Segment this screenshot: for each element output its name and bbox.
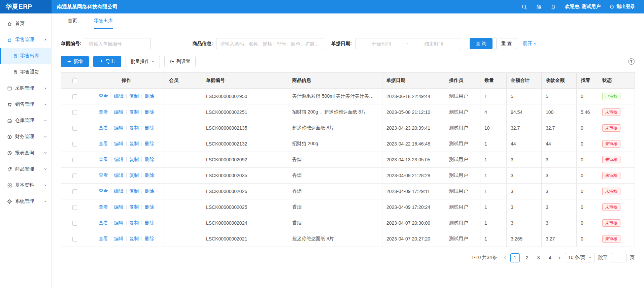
sidebar-item-reports[interactable]: 报表查询	[0, 145, 51, 161]
view-link[interactable]: 查看	[99, 204, 108, 210]
row-checkbox[interactable]	[72, 221, 77, 226]
sidebar-item-home[interactable]: 首页	[0, 15, 51, 32]
delete-link[interactable]: 删除	[145, 141, 154, 146]
member-cell	[165, 104, 202, 120]
view-link[interactable]: 查看	[99, 157, 108, 162]
qty-cell: 1	[480, 215, 507, 231]
sidebar-item-goods[interactable]: 商品管理	[0, 161, 51, 177]
help-icon[interactable]: ?	[628, 58, 635, 65]
notification-bell-icon[interactable]	[550, 4, 556, 10]
sidebar-item-warehouse[interactable]: 仓库管理	[0, 113, 51, 129]
view-link[interactable]: 查看	[99, 109, 108, 115]
copy-link[interactable]: 复制	[129, 220, 139, 225]
view-link[interactable]: 查看	[99, 188, 108, 194]
row-checkbox[interactable]	[72, 189, 77, 194]
select-all-checkbox[interactable]	[72, 78, 77, 83]
row-checkbox[interactable]	[72, 237, 77, 242]
bill-number-input[interactable]	[85, 38, 151, 49]
delete-link[interactable]: 删除	[145, 204, 154, 210]
sidebar-item-basic-data[interactable]: 基本资料	[0, 177, 51, 193]
edit-link[interactable]: 编辑	[114, 125, 124, 130]
search-icon[interactable]	[521, 4, 527, 10]
edit-link[interactable]: 编辑	[114, 109, 124, 115]
row-checkbox[interactable]	[72, 158, 77, 162]
copy-link[interactable]: 复制	[129, 157, 139, 162]
row-checkbox[interactable]	[72, 110, 77, 115]
copy-link[interactable]: 复制	[129, 188, 139, 194]
add-button[interactable]: 新增	[61, 56, 89, 67]
sidebar-item-retail-return[interactable]: 零售退货	[0, 64, 51, 80]
delete-link[interactable]: 删除	[145, 109, 154, 115]
product-info-input[interactable]	[216, 38, 323, 49]
copy-link[interactable]: 复制	[129, 236, 139, 241]
reset-button[interactable]: 重 置	[496, 38, 517, 49]
date-range-picker[interactable]: ~	[355, 38, 460, 49]
sidebar-item-label: 采购管理	[15, 85, 34, 91]
edit-link[interactable]: 编辑	[114, 157, 124, 162]
sidebar-item-sales[interactable]: 销售管理	[0, 96, 51, 113]
sidebar-item-retail[interactable]: 零售管理	[0, 32, 51, 48]
column-settings-button[interactable]: 列设置	[164, 56, 196, 67]
copy-link[interactable]: 复制	[129, 141, 139, 146]
content-area: 单据编号: 商品信息: 单据日期: ~ 查 询 重 置 展开	[52, 29, 644, 288]
view-link[interactable]: 查看	[99, 125, 108, 130]
page-number-4[interactable]: 4	[546, 253, 554, 262]
edit-link[interactable]: 编辑	[114, 172, 124, 178]
page-number-1[interactable]: 1	[510, 253, 520, 262]
delete-link[interactable]: 删除	[145, 220, 154, 225]
edit-link[interactable]: 编辑	[114, 93, 124, 99]
bank-icon[interactable]	[536, 4, 542, 10]
sidebar-item-retail-outbound[interactable]: 零售出库	[0, 48, 51, 64]
view-link[interactable]: 查看	[99, 172, 108, 178]
copy-link[interactable]: 复制	[129, 109, 139, 115]
tab-home[interactable]: 首页	[68, 13, 77, 29]
row-checkbox[interactable]	[72, 126, 77, 131]
logout-button[interactable]: 退出登录	[609, 4, 635, 10]
edit-link[interactable]: 编辑	[114, 204, 124, 210]
delete-link[interactable]: 删除	[145, 188, 154, 194]
delete-link[interactable]: 删除	[145, 172, 154, 178]
delete-link[interactable]: 删除	[145, 157, 154, 162]
tab-retail-outbound[interactable]: 零售出库	[94, 13, 113, 29]
page-number-3[interactable]: 3	[535, 253, 543, 262]
expand-link[interactable]: 展开	[523, 41, 537, 47]
page-number-2[interactable]: 2	[523, 253, 531, 262]
copy-link[interactable]: 复制	[129, 93, 139, 99]
export-button[interactable]: 导出	[93, 56, 121, 67]
copy-link[interactable]: 复制	[129, 172, 139, 178]
view-link[interactable]: 查看	[99, 93, 108, 99]
copy-link[interactable]: 复制	[129, 204, 139, 210]
row-checkbox[interactable]	[72, 173, 77, 178]
copy-link[interactable]: 复制	[129, 125, 139, 130]
edit-link[interactable]: 编辑	[114, 236, 124, 241]
view-link[interactable]: 查看	[99, 236, 108, 241]
edit-link[interactable]: 编辑	[114, 188, 124, 194]
sidebar-item-purchase[interactable]: 采购管理	[0, 80, 51, 96]
bill-no-cell: LSCK00000002135	[202, 120, 288, 136]
action-divider: |	[126, 204, 127, 210]
column-header-status: 状态	[598, 73, 635, 89]
row-checkbox[interactable]	[72, 142, 77, 147]
edit-link[interactable]: 编辑	[114, 141, 124, 146]
jump-page-input[interactable]	[611, 253, 626, 262]
view-link[interactable]: 查看	[99, 220, 108, 225]
delete-link[interactable]: 删除	[145, 236, 154, 241]
row-checkbox[interactable]	[72, 205, 77, 210]
edit-link[interactable]: 编辑	[114, 220, 124, 225]
bill-no-cell: LSCK00000002025	[202, 199, 288, 215]
sidebar-item-system[interactable]: 系统管理	[0, 193, 51, 210]
start-date-input[interactable]	[359, 41, 404, 46]
view-link[interactable]: 查看	[99, 141, 108, 146]
sidebar-item-finance[interactable]: 财务管理	[0, 129, 51, 145]
end-date-input[interactable]	[411, 41, 456, 46]
row-checkbox[interactable]	[72, 94, 77, 99]
prev-page-button[interactable]	[503, 256, 507, 260]
page-size-select[interactable]: 10 条/页	[565, 253, 595, 262]
batch-operations-button[interactable]: 批量操作	[126, 56, 160, 67]
delete-link[interactable]: 删除	[145, 93, 154, 99]
next-page-button[interactable]	[557, 256, 562, 260]
sidebar-item-label: 财务管理	[15, 134, 34, 140]
search-button[interactable]: 查 询	[470, 38, 493, 49]
member-cell	[165, 136, 202, 152]
delete-link[interactable]: 删除	[145, 125, 154, 130]
